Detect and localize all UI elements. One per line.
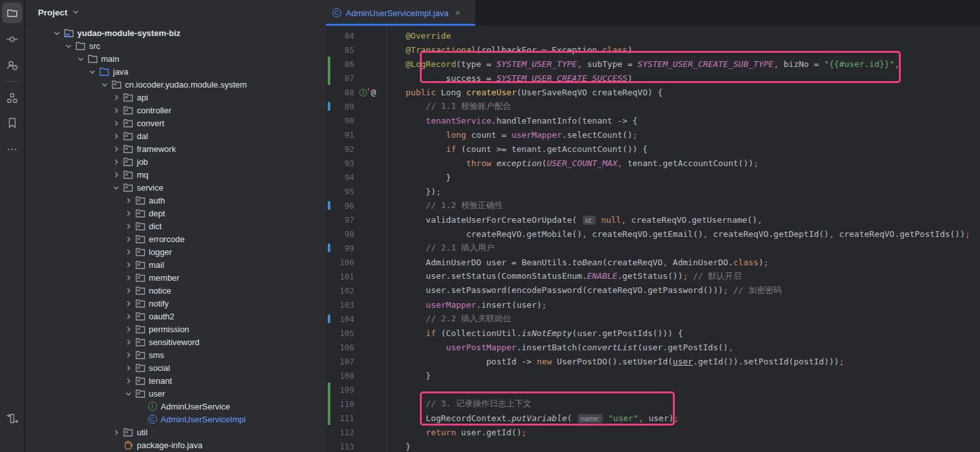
chevron-down-icon[interactable] bbox=[72, 8, 79, 17]
tree-item-auth[interactable]: auth bbox=[25, 194, 326, 207]
chevron-right-icon[interactable] bbox=[111, 158, 122, 165]
vcs-modified-marker[interactable] bbox=[328, 102, 330, 111]
chevron-right-icon[interactable] bbox=[122, 261, 134, 268]
tree-item-adminuserserviceimpl[interactable]: CAdminUserServiceImpl bbox=[25, 413, 326, 426]
vcs-added-marker[interactable] bbox=[328, 57, 330, 71]
terminal-toolwindow-icon[interactable] bbox=[2, 408, 23, 429]
tree-item-dept[interactable]: dept bbox=[25, 207, 326, 220]
tree-item-service[interactable]: service bbox=[25, 181, 326, 194]
vcs-added-marker[interactable] bbox=[328, 411, 330, 425]
chevron-down-icon[interactable] bbox=[63, 42, 75, 50]
tree-item-cn-iocoder-yudao-module-system[interactable]: cn.iocoder.yudao.module.system bbox=[25, 78, 326, 91]
chevron-down-icon[interactable] bbox=[111, 184, 122, 191]
tree-item-mq[interactable]: mq bbox=[25, 168, 326, 181]
tree-item-adminuserservice[interactable]: IAdminUserService bbox=[25, 400, 326, 413]
tab-adminuserserviceimpl[interactable]: C AdminUserServiceImpl.java × bbox=[326, 0, 475, 26]
tree-item-framework[interactable]: framework bbox=[25, 142, 326, 155]
code-line-87[interactable]: 87 success = SYSTEM_USER_CREATE_SUCCESS) bbox=[326, 71, 980, 85]
chevron-right-icon[interactable] bbox=[122, 300, 134, 307]
users-question-icon[interactable]: ? bbox=[2, 55, 23, 75]
code-line-97[interactable]: 97 validateUserForCreateOrUpdate( id: nu… bbox=[326, 212, 980, 227]
tree-item-convert[interactable]: convert bbox=[25, 117, 326, 129]
code-line-93[interactable]: 93 throw exception(USER_COUNT_MAX, tenan… bbox=[326, 156, 980, 170]
tree-item-member[interactable]: member bbox=[25, 271, 326, 284]
code-line-103[interactable]: 103 userMapper.insert(user); bbox=[326, 297, 980, 312]
chevron-down-icon[interactable] bbox=[99, 81, 110, 88]
tree-item-social[interactable]: social bbox=[25, 361, 326, 374]
code-line-111[interactable]: 111 LogRecordContext.putVariable( name: … bbox=[326, 411, 980, 425]
code-line-89[interactable]: 89 // 1.1 校验账户配合 bbox=[326, 99, 980, 113]
chevron-right-icon[interactable] bbox=[122, 210, 134, 217]
code-line-84[interactable]: 84@Override bbox=[326, 28, 980, 42]
tree-item-logger[interactable]: logger bbox=[25, 245, 326, 258]
more-tool-windows-icon[interactable]: ⋯ bbox=[2, 138, 23, 159]
chevron-right-icon[interactable] bbox=[111, 133, 122, 140]
code-line-88[interactable]: 88I↑@public Long createUser(UserSaveReqV… bbox=[326, 85, 980, 99]
chevron-right-icon[interactable] bbox=[122, 352, 134, 359]
tree-item-errorcode[interactable]: errorcode bbox=[25, 232, 326, 245]
chevron-right-icon[interactable] bbox=[111, 120, 122, 127]
tab-close-icon[interactable]: × bbox=[455, 8, 460, 18]
code-area[interactable]: 84@Override85@Transactional(rollbackFor … bbox=[326, 26, 980, 452]
tree-item-dal[interactable]: dal bbox=[25, 129, 326, 142]
code-line-90[interactable]: 90 tenantService.handleTenantInfo(tenant… bbox=[326, 113, 980, 127]
code-line-95[interactable]: 95 }); bbox=[326, 184, 980, 198]
code-line-113[interactable]: 113} bbox=[326, 439, 980, 452]
tree-item-permission[interactable]: permission bbox=[25, 323, 326, 335]
tree-item-controller[interactable]: controller bbox=[25, 104, 326, 117]
code-line-107[interactable]: 107 postId -> new UserPostDO().setUserId… bbox=[326, 354, 980, 368]
project-panel-header[interactable]: Project bbox=[25, 0, 326, 26]
chevron-right-icon[interactable] bbox=[122, 197, 134, 204]
code-line-105[interactable]: 105 if (CollectionUtil.isNotEmpty(user.g… bbox=[326, 326, 980, 340]
code-line-101[interactable]: 101 user.setStatus(CommonStatusEnum.ENAB… bbox=[326, 269, 980, 283]
tree-item-yudao-module-system-biz[interactable]: yudao-module-system-biz bbox=[25, 26, 326, 39]
implements-method-icon[interactable]: I↑ bbox=[359, 88, 369, 97]
code-line-106[interactable]: 106 userPostMapper.insertBatch(convertLi… bbox=[326, 340, 980, 354]
chevron-down-icon[interactable] bbox=[75, 55, 86, 62]
tree-item-java[interactable]: java bbox=[25, 65, 326, 78]
structure-icon[interactable] bbox=[2, 88, 23, 108]
chevron-right-icon[interactable] bbox=[122, 326, 134, 333]
annotated-icon[interactable]: @ bbox=[371, 88, 376, 97]
code-line-85[interactable]: 85@Transactional(rollbackFor = Exception… bbox=[326, 42, 980, 57]
code-line-92[interactable]: 92 if (count >= tenant.getAccountCount()… bbox=[326, 142, 980, 156]
code-line-112[interactable]: 112 return user.getId(); bbox=[326, 425, 980, 439]
bookmarks-icon[interactable] bbox=[2, 113, 23, 133]
vcs-added-marker[interactable] bbox=[328, 382, 330, 397]
code-line-108[interactable]: 108 } bbox=[326, 368, 980, 382]
tree-item-oauth2[interactable]: oauth2 bbox=[25, 310, 326, 323]
tree-item-main[interactable]: main bbox=[25, 52, 326, 65]
tree-item-dict[interactable]: dict bbox=[25, 220, 326, 232]
tree-item-sms[interactable]: sms bbox=[25, 348, 326, 361]
code-line-100[interactable]: 100 AdminUserDO user = BeanUtils.toBean(… bbox=[326, 255, 980, 269]
tree-item-package-info-java[interactable]: package-info.java bbox=[25, 438, 326, 451]
chevron-right-icon[interactable] bbox=[111, 107, 122, 114]
tree-item-notice[interactable]: notice bbox=[25, 284, 326, 297]
code-line-104[interactable]: 104 // 2.2 插入关联岗位 bbox=[326, 312, 980, 326]
chevron-down-icon[interactable] bbox=[122, 390, 134, 397]
tree-item-user[interactable]: user bbox=[25, 387, 326, 400]
chevron-right-icon[interactable] bbox=[122, 274, 134, 281]
chevron-right-icon[interactable] bbox=[122, 364, 134, 372]
chevron-right-icon[interactable] bbox=[111, 146, 122, 153]
code-line-96[interactable]: 96 // 1.2 校验正确性 bbox=[326, 198, 980, 212]
vcs-modified-marker[interactable] bbox=[328, 314, 330, 323]
code-line-109[interactable]: 109 bbox=[326, 382, 980, 397]
code-line-102[interactable]: 102 user.setPassword(encodePassword(crea… bbox=[326, 283, 980, 297]
vcs-modified-marker[interactable] bbox=[328, 201, 330, 210]
tree-item-notify[interactable]: notify bbox=[25, 297, 326, 310]
code-line-110[interactable]: 110 // 3. 记录操作日志上下文 bbox=[326, 397, 980, 411]
code-line-98[interactable]: 98 createReqVO.getMobile(), createReqVO.… bbox=[326, 227, 980, 241]
vcs-modified-marker[interactable] bbox=[328, 243, 330, 252]
chevron-right-icon[interactable] bbox=[111, 94, 122, 101]
commit-icon[interactable] bbox=[2, 29, 23, 50]
project-folder-icon[interactable] bbox=[2, 3, 23, 23]
code-line-94[interactable]: 94 } bbox=[326, 170, 980, 184]
chevron-right-icon[interactable] bbox=[111, 429, 122, 436]
chevron-right-icon[interactable] bbox=[122, 377, 134, 384]
chevron-right-icon[interactable] bbox=[122, 236, 134, 243]
tree-item-api[interactable]: api bbox=[25, 91, 326, 104]
chevron-right-icon[interactable] bbox=[111, 171, 122, 178]
code-line-99[interactable]: 99 // 2.1 插入用户 bbox=[326, 241, 980, 255]
tree-item-util[interactable]: util bbox=[25, 426, 326, 438]
